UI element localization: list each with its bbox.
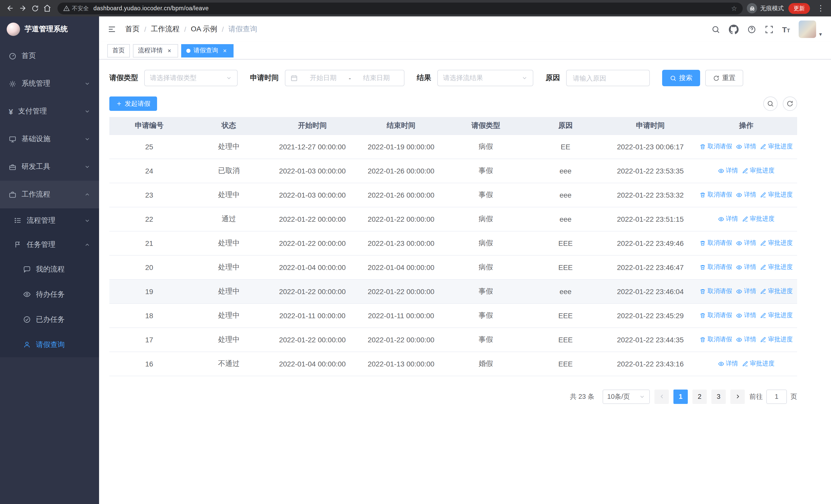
sidebar-item-my-process[interactable]: 我的流程 [0,257,99,282]
detail-action-link[interactable]: 详情 [736,287,756,296]
sidebar-item-workflow[interactable]: 工作流程 [0,181,99,208]
progress-action-link[interactable]: 审批进度 [742,215,775,224]
cancel-action-link[interactable]: 取消请假 [700,263,732,272]
sidebar-item-task-mgmt[interactable]: 任务管理 [0,233,99,257]
bookmark-star-icon[interactable]: ☆ [731,4,737,12]
caret-down-icon: ▼ [818,32,823,38]
chevron-down-icon [84,164,90,170]
detail-action-link[interactable]: 详情 [736,311,756,320]
end-time-cell: 2022-01-26 00:00:00 [356,158,446,183]
chevron-left-icon [658,393,665,400]
update-button[interactable]: 更新 [789,3,810,13]
detail-action-link[interactable]: 详情 [736,191,756,199]
cancel-action-link[interactable]: 取消请假 [700,311,732,320]
goto-page-input[interactable] [766,389,787,404]
progress-action-link[interactable]: 审批进度 [761,287,793,296]
apply-time-cell: 2022-01-22 23:44:35 [605,327,695,352]
close-icon[interactable]: × [221,47,228,54]
leave-type-select[interactable]: 请选择请假类型 [144,70,238,86]
sidebar-item-home[interactable]: 首页 [0,42,99,70]
page-button-1[interactable]: 1 [674,389,688,404]
font-size-icon[interactable]: TT [782,25,790,33]
breadcrumb-workflow[interactable]: 工作流程 [151,25,180,34]
progress-action-link[interactable]: 审批进度 [761,311,793,320]
progress-action-link[interactable]: 审批进度 [742,359,775,368]
sidebar-item-system[interactable]: 系统管理 [0,70,99,97]
address-bar[interactable]: 不安全 dashboard.yudao.iocoder.cn/bpm/oa/le… [57,2,743,14]
status-cell: 处理中 [189,279,268,303]
search-button[interactable]: 搜索 [662,70,700,86]
start-time-cell: 2022-01-03 00:00:00 [269,183,356,207]
detail-action-link[interactable]: 详情 [718,215,738,224]
tag-home[interactable]: 首页 [107,44,130,57]
detail-action-link[interactable]: 详情 [736,239,756,248]
page-button-2[interactable]: 2 [692,389,707,404]
page-button-3[interactable]: 3 [711,389,726,404]
tag-process-detail[interactable]: 流程详情 × [133,44,178,57]
cancel-action-link[interactable]: 取消请假 [700,239,732,248]
detail-action-link[interactable]: 详情 [736,335,756,344]
sidebar-item-infra[interactable]: 基础设施 [0,125,99,153]
result-select[interactable]: 请选择流结果 [437,70,533,86]
sidebar-collapse-icon[interactable] [107,25,116,34]
sidebar-item-leave-query[interactable]: 请假查询 [0,332,99,357]
detail-action-link[interactable]: 详情 [718,167,738,175]
apply-time-range-picker[interactable]: 开始日期 - 结束日期 [285,70,404,86]
browser-reload-icon[interactable] [29,2,41,14]
flag-icon [14,241,22,248]
table-row: 23处理中2022-01-03 00:00:002022-01-26 00:00… [109,183,797,207]
breadcrumb-home[interactable]: 首页 [125,25,140,34]
reason-cell: EEE [525,255,605,279]
tag-leave-query[interactable]: 请假查询 × [181,44,233,57]
page-size-select[interactable]: 10条/页 [603,389,650,404]
user-menu[interactable]: ▼ [799,21,823,38]
sidebar-item-todo-tasks[interactable]: 待办任务 [0,282,99,307]
detail-action-link[interactable]: 详情 [718,359,738,368]
leave-type-cell: 病假 [446,255,525,279]
total-count: 共 23 条 [570,392,594,401]
progress-action-link[interactable]: 审批进度 [761,142,793,151]
close-icon[interactable]: × [166,47,173,54]
fullscreen-icon[interactable] [765,25,774,34]
reason-cell: EEE [525,327,605,352]
refresh-button[interactable] [783,96,797,111]
progress-action-link[interactable]: 审批进度 [742,167,775,175]
cancel-action-link[interactable]: 取消请假 [700,335,732,344]
progress-action-link[interactable]: 审批进度 [761,335,793,344]
cancel-action-link[interactable]: 取消请假 [700,191,732,199]
sidebar-item-payment[interactable]: ¥ 支付管理 [0,97,99,125]
reset-button[interactable]: 重置 [705,70,743,86]
apply-time-cell: 2022-01-22 23:53:32 [605,183,695,207]
detail-action-link[interactable]: 详情 [736,263,756,272]
browser-home-icon[interactable] [41,2,53,14]
sidebar-item-done-tasks[interactable]: 已办任务 [0,307,99,332]
cancel-action-link[interactable]: 取消请假 [700,142,732,151]
trash-icon [700,264,706,270]
prev-page-button[interactable] [654,389,669,404]
progress-action-link[interactable]: 审批进度 [761,263,793,272]
github-icon[interactable] [729,24,739,34]
chevron-up-icon [84,191,90,198]
cancel-action-link[interactable]: 取消请假 [700,287,732,296]
chevron-down-icon [84,217,90,224]
leave-type-cell: 婚假 [446,352,525,376]
progress-action-link[interactable]: 审批进度 [761,191,793,199]
breadcrumb-oa-example[interactable]: OA 示例 [191,25,218,34]
reason-input[interactable] [573,74,643,82]
top-navbar: 首页 / 工作流程 / OA 示例 / 请假查询 [99,17,831,42]
sidebar-item-process-mgmt[interactable]: 流程管理 [0,208,99,233]
search-icon[interactable] [711,25,720,34]
progress-action-link[interactable]: 审批进度 [761,239,793,248]
create-leave-button[interactable]: 发起请假 [109,96,157,111]
sidebar-item-devtools[interactable]: 研发工具 [0,153,99,181]
actions-cell: 取消请假详情审批进度 [695,183,797,207]
browser-menu-icon[interactable]: ⋮ [814,2,827,14]
search-toggle-button[interactable] [763,96,778,111]
incognito-label: 无痕模式 [760,4,784,12]
next-page-button[interactable] [730,389,745,404]
detail-action-link[interactable]: 详情 [736,142,756,151]
help-icon[interactable] [747,25,756,34]
browser-back-icon[interactable] [4,2,17,14]
browser-forward-icon[interactable] [17,2,29,14]
trash-icon [700,240,706,246]
